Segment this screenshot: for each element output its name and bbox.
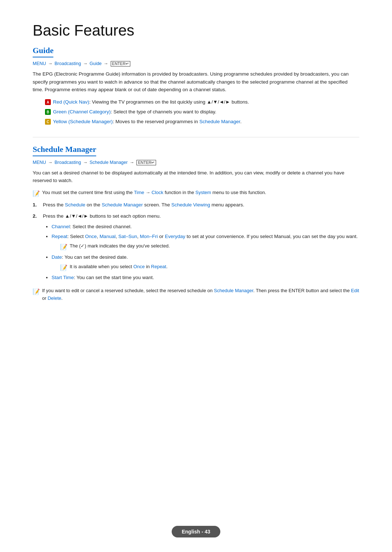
badge-c: C [45, 119, 51, 125]
link-schedule-manager-inline[interactable]: Schedule Manager [199, 119, 240, 124]
note-icon-1: 📝 [33, 189, 40, 198]
sm-final-note: 📝 If you want to edit or cancel a reserv… [33, 287, 359, 302]
note-icon-final: 📝 [33, 287, 40, 297]
repeat-note-text: The (✓) mark indicates the day you've se… [70, 242, 170, 250]
link-time[interactable]: Time [134, 190, 144, 195]
guide-body: The EPG (Electronic Programme Guide) inf… [33, 70, 359, 94]
bullet-red: A Red (Quick Nav): Viewing the TV progra… [44, 98, 359, 106]
sub-bullet-start-time: Start Time: You can set the start time y… [52, 274, 358, 282]
guide-bullet-list: A Red (Quick Nav): Viewing the TV progra… [44, 98, 359, 126]
step-2-text: Press the ▲/▼/◄/► buttons to set each op… [43, 213, 161, 219]
guide-section: Guide MENU → Broadcasting → Guide → ENTE… [33, 46, 359, 126]
sm-body: You can set a desired channel to be disp… [33, 169, 359, 185]
link-schedule-manager-final[interactable]: Schedule Manager [214, 288, 253, 293]
link-manual[interactable]: Manual [99, 234, 115, 239]
bullet-green: B Green (Channel Category): Select the t… [44, 108, 359, 116]
link-channel-category[interactable]: Green (Channel Category) [53, 109, 111, 114]
footer-label: English - 43 [172, 526, 221, 537]
date-note-text: It is available when you select Once in … [70, 263, 168, 271]
enter-icon-guide: ENTER↵ [111, 61, 130, 67]
section-divider [33, 137, 359, 137]
sm-note1-text: You must set the current time first usin… [42, 189, 266, 197]
step-2-num: 2. [33, 212, 40, 221]
bullet-yellow: C Yellow (Schedule Manager): Moves to th… [44, 118, 359, 126]
bullet-green-text: Green (Channel Category): Select the typ… [53, 108, 216, 116]
badge-b: B [45, 109, 51, 115]
step-1-text: Press the Schedule on the Schedule Manag… [43, 201, 244, 209]
link-clock[interactable]: Clock [152, 190, 164, 195]
step-2-subbullets: Channel: Select the desired channel. Rep… [52, 223, 358, 282]
link-schedule-manager-step1[interactable]: Schedule Manager [102, 202, 143, 207]
guide-heading: Guide [33, 46, 53, 57]
enter-icon-sm: ENTER↵ [136, 160, 156, 165]
step-1-num: 1. [33, 201, 40, 209]
page-title: Basic Features [33, 22, 359, 39]
link-mon-fri[interactable]: Mon–Fri [140, 234, 158, 239]
bullet-yellow-text: Yellow (Schedule Manager): Moves to the … [53, 118, 242, 126]
menu-broadcasting-guide: Broadcasting [54, 61, 81, 66]
link-once[interactable]: Once [85, 234, 97, 239]
link-channel[interactable]: Channel [52, 224, 70, 229]
repeat-sub-note: 📝 The (✓) mark indicates the day you've … [60, 242, 358, 252]
bullet-red-text: Red (Quick Nav): Viewing the TV programm… [53, 98, 249, 106]
step-1: 1. Press the Schedule on the Schedule Ma… [33, 201, 359, 209]
sub-bullet-channel: Channel: Select the desired channel. [52, 223, 358, 231]
sub-bullet-date: Date: You can set the desired date. 📝 It… [52, 253, 358, 273]
link-everyday[interactable]: Everyday [165, 234, 185, 239]
schedule-manager-heading: Schedule Manager [33, 145, 96, 156]
badge-a: A [45, 99, 51, 105]
page-container: Basic Features Guide MENU → Broadcasting… [0, 0, 392, 357]
link-schedule-viewing[interactable]: Schedule Viewing [171, 202, 210, 207]
link-repeat-date[interactable]: Repeat [151, 264, 166, 269]
note-icon-date: 📝 [60, 263, 68, 273]
step-2: 2. Press the ▲/▼/◄/► buttons to set each… [33, 212, 359, 284]
sm-final-note-text: If you want to edit or cancel a reserved… [42, 287, 359, 302]
link-delete[interactable]: Delete [48, 295, 61, 301]
link-once-date[interactable]: Once [134, 264, 145, 269]
link-schedule-manager-yellow[interactable]: Yellow (Schedule Manager) [53, 119, 113, 124]
sm-note1: 📝 You must set the current time first us… [33, 189, 359, 198]
sm-steps: 1. Press the Schedule on the Schedule Ma… [33, 201, 359, 284]
link-edit[interactable]: Edit [351, 288, 359, 293]
sm-broadcasting: Broadcasting [54, 160, 81, 165]
link-schedule[interactable]: Schedule [65, 202, 85, 207]
menu-menu: MENU [33, 61, 46, 66]
menu-guide: Guide [90, 61, 102, 66]
sub-bullet-repeat: Repeat: Select Once, Manual, Sat–Sun, Mo… [52, 233, 358, 252]
step-2-content: Press the ▲/▼/◄/► buttons to set each op… [43, 212, 358, 284]
schedule-manager-menu-path: MENU → Broadcasting → Schedule Manager →… [33, 160, 359, 165]
footer: English - 43 [0, 526, 392, 537]
guide-menu-path: MENU → Broadcasting → Guide → ENTER↵ [33, 61, 359, 67]
link-date[interactable]: Date [52, 254, 62, 260]
link-quick-nav[interactable]: Red (Quick Nav) [53, 99, 89, 105]
date-sub-note: 📝 It is available when you select Once i… [60, 263, 358, 273]
link-start-time[interactable]: Start Time [52, 275, 74, 280]
link-repeat[interactable]: Repeat [52, 234, 68, 239]
link-system[interactable]: System [195, 190, 211, 195]
sm-schedule-manager-path: Schedule Manager [90, 160, 128, 165]
note-icon-repeat: 📝 [60, 242, 68, 252]
sm-menu: MENU [33, 160, 46, 165]
schedule-manager-section: Schedule Manager MENU → Broadcasting → S… [33, 145, 359, 302]
link-sat-sun[interactable]: Sat–Sun [118, 234, 137, 239]
